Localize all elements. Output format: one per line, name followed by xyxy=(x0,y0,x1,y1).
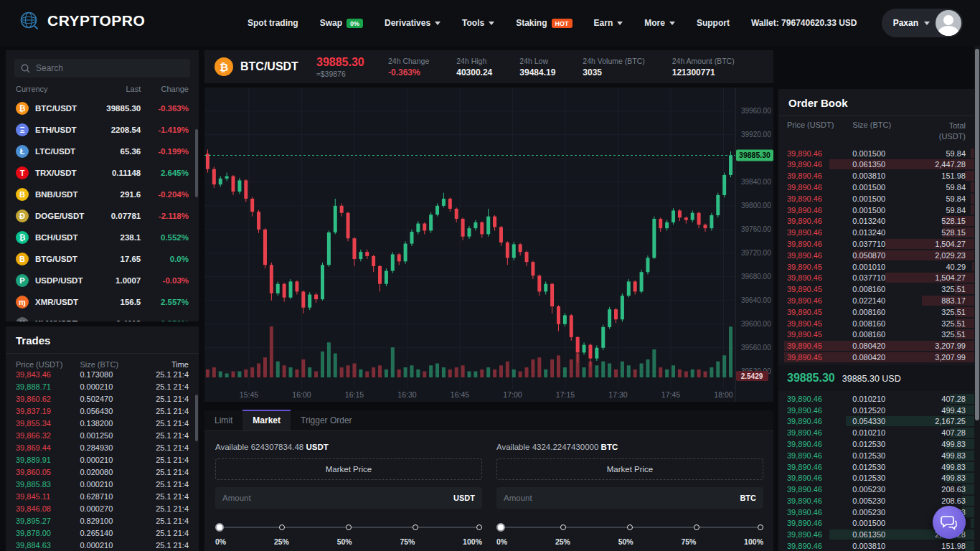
trade-row[interactable]: 39,837.190.05643025.1 21:4 xyxy=(6,405,199,417)
ask-row[interactable]: 39,890.450.0804203,207.99 xyxy=(778,340,974,352)
ask-row[interactable]: 39,890.460.013240528.15 xyxy=(778,227,974,238)
market-row[interactable]: TTRX/USDT0.111482.645% xyxy=(6,162,199,184)
amount-field[interactable]: BTC xyxy=(496,487,763,509)
markets-scrollbar[interactable] xyxy=(195,129,198,197)
ask-row[interactable]: 39,890.460.013240528.15 xyxy=(778,215,974,227)
ask-row[interactable]: 39,890.460.0377101,504.27 xyxy=(778,272,974,283)
bid-row[interactable]: 39,890.460.012530499.83 xyxy=(778,450,974,461)
ask-row[interactable]: 39,890.460.00150059.84 xyxy=(778,204,974,216)
bid-row[interactable]: 39,890.460.010210407.28 xyxy=(778,393,974,405)
trade-row[interactable]: 39,846.080.00027025.1 21:4 xyxy=(6,502,199,514)
nav-item-swap[interactable]: Swap0% xyxy=(320,18,363,28)
chat-widget-button[interactable] xyxy=(933,506,966,539)
trade-row[interactable]: 39,855.340.13820025.1 21:4 xyxy=(6,417,199,429)
slider-knob-75[interactable] xyxy=(413,524,418,530)
ask-row[interactable]: 39,890.450.0804203,207.99 xyxy=(778,352,974,363)
trade-row[interactable]: 39,885.830.00021025.1 21:4 xyxy=(6,478,199,490)
nav-item-wallet[interactable]: Wallet: 796740620.33 USD xyxy=(751,18,857,28)
trade-row[interactable]: 39,895.270.82910025.1 21:4 xyxy=(6,514,199,527)
bid-row[interactable]: 39,890.460.0543302,167.25 xyxy=(778,415,974,427)
ask-row[interactable]: 39,890.460.022140883.17 xyxy=(778,295,974,306)
trade-row[interactable]: 39,866.320.00125025.1 21:4 xyxy=(6,429,199,441)
nav-item-support[interactable]: Support xyxy=(697,18,730,28)
trade-price: 39,837.19 xyxy=(16,407,80,415)
amount-input[interactable] xyxy=(504,494,740,502)
market-row[interactable]: BBTG/USDT17.650.0% xyxy=(6,248,199,270)
market-row[interactable]: ɱXMR/USDT156.52.557% xyxy=(6,291,199,313)
market-row[interactable]: BBNB/USDT291.6-0.204% xyxy=(6,184,199,205)
market-row[interactable]: ₿BCH/USDT238.10.552% xyxy=(6,227,199,248)
ask-row[interactable]: 39,890.460.003810151.98 xyxy=(778,170,974,182)
page-scrollbar[interactable] xyxy=(974,46,980,551)
ask-row[interactable]: 39,890.460.00150059.84 xyxy=(778,148,974,159)
bid-row[interactable]: 39,890.460.005230208.63 xyxy=(778,484,974,495)
market-row[interactable]: ΞETH/USDT2208.54-1.419% xyxy=(6,119,199,141)
market-row[interactable]: XXLM/USDT0.41180.250% xyxy=(6,313,199,321)
trade-row[interactable]: 39,884.630.00021025.1 21:4 xyxy=(6,539,199,551)
ask-row[interactable]: 39,890.450.00101040.29 xyxy=(778,261,974,273)
slider-knob-100[interactable] xyxy=(476,524,482,530)
nav-item-earn[interactable]: Earn xyxy=(594,18,623,28)
trade-row[interactable]: 39,845.110.62871025.1 21:4 xyxy=(6,490,199,502)
tab-limit[interactable]: Limit xyxy=(204,410,242,430)
bid-row[interactable]: 39,890.460.012520499.43 xyxy=(778,405,974,416)
page-scrollbar-thumb[interactable] xyxy=(975,49,979,420)
slider-knob-0[interactable] xyxy=(496,523,505,532)
trade-row[interactable]: 39,843.460.17308025.1 21:4 xyxy=(6,368,199,380)
bid-row[interactable]: 39,890.460.003810151.98 xyxy=(778,540,974,551)
ask-row[interactable]: 39,890.450.008160325.51 xyxy=(778,329,974,340)
candlestick-chart[interactable]: 39960.0039920.0039880.0039840.0039800.00… xyxy=(204,88,773,402)
trade-row[interactable]: 39,888.710.00021025.1 21:4 xyxy=(6,380,199,392)
percent-slider[interactable] xyxy=(496,523,763,532)
nav-item-staking[interactable]: StakingHOT xyxy=(516,18,572,28)
avatar[interactable] xyxy=(936,10,961,36)
market-price-box[interactable]: Market Price xyxy=(215,458,482,480)
amount-input[interactable] xyxy=(222,494,453,502)
trade-row[interactable]: 39,860.620.50247025.1 21:4 xyxy=(6,392,199,405)
nav-item-more[interactable]: More xyxy=(644,18,675,28)
slider-label: 75% xyxy=(681,537,696,546)
ask-row[interactable]: 39,890.450.008160325.51 xyxy=(778,283,974,295)
trades-scrollbar[interactable] xyxy=(195,395,198,441)
brand[interactable]: CRYPTOPRO xyxy=(19,10,145,32)
trade-row[interactable]: 39,889.910.00021025.1 21:4 xyxy=(6,453,199,466)
slider-knob-50[interactable] xyxy=(627,524,633,530)
user-menu[interactable]: Paxan xyxy=(882,9,963,37)
market-row[interactable]: ₿BTC/USDT39885.30-0.363% xyxy=(6,98,199,119)
bid-row[interactable]: 39,890.460.005230208.63 xyxy=(778,495,974,507)
bid-row[interactable]: 39,890.460.012530499.83 xyxy=(778,461,974,473)
ask-row[interactable]: 39,890.450.008160325.51 xyxy=(778,306,974,318)
ask-row[interactable]: 39,890.460.00150059.84 xyxy=(778,193,974,204)
nav-item-tools[interactable]: Tools xyxy=(462,18,494,28)
slider-knob-50[interactable] xyxy=(346,524,352,530)
slider-knob-75[interactable] xyxy=(694,524,699,530)
ask-row[interactable]: 39,890.460.00150059.84 xyxy=(778,182,974,193)
mid-price-row[interactable]: 39885.30 39885.30 USD xyxy=(778,365,974,391)
market-row[interactable]: ŁLTC/USDT65.36-0.199% xyxy=(6,141,199,162)
market-price-box[interactable]: Market Price xyxy=(496,458,763,480)
tab-trigger-order[interactable]: Trigger Order xyxy=(291,410,362,430)
nav-item-derivatives[interactable]: Derivatives xyxy=(385,18,440,28)
ask-row[interactable]: 39,890.450.008160325.51 xyxy=(778,318,974,329)
market-row[interactable]: PUSDP/USDT1.0007-0.03% xyxy=(6,270,199,291)
search-box[interactable] xyxy=(14,59,190,77)
slider-knob-25[interactable] xyxy=(279,524,285,530)
bid-row[interactable]: 39,890.460.012530499.83 xyxy=(778,472,974,484)
bid-row[interactable]: 39,890.460.012530499.83 xyxy=(778,438,974,450)
trade-row[interactable]: 39,860.050.02008025.1 21:4 xyxy=(6,466,199,478)
slider-knob-100[interactable] xyxy=(758,524,763,530)
ask-row[interactable]: 39,890.460.0613502,447.28 xyxy=(778,159,974,170)
trade-row[interactable]: 39,878.000.26514025.1 21:4 xyxy=(6,527,199,539)
nav-item-spot-trading[interactable]: Spot trading xyxy=(248,18,298,28)
ask-row[interactable]: 39,890.460.0377101,504.27 xyxy=(778,238,974,250)
slider-knob-25[interactable] xyxy=(560,524,566,530)
market-row[interactable]: ÐDOGE/USDT0.07781-2.118% xyxy=(6,205,199,227)
slider-knob-0[interactable] xyxy=(215,523,224,532)
ask-row[interactable]: 39,890.460.0508702,029.23 xyxy=(778,250,974,261)
search-input[interactable] xyxy=(36,63,165,73)
tab-market[interactable]: Market xyxy=(242,410,291,430)
bid-row[interactable]: 39,890.460.010210407.28 xyxy=(778,427,974,438)
trade-row[interactable]: 39,869.440.28493025.1 21:4 xyxy=(6,441,199,453)
percent-slider[interactable] xyxy=(215,523,482,532)
amount-field[interactable]: USDT xyxy=(215,487,482,509)
